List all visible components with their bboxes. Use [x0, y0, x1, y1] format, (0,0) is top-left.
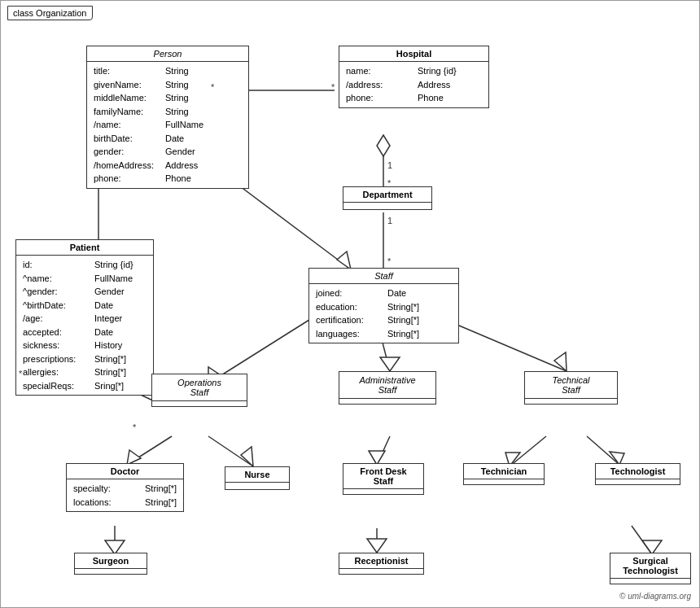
receptionist-class: Receptionist	[339, 553, 424, 575]
diagram-title: class Organization	[7, 6, 93, 20]
copyright: © uml-diagrams.org	[619, 592, 691, 601]
doctor-attrs: specialty:String[*] locations:String[*]	[67, 479, 183, 511]
technical-staff-attrs	[525, 399, 617, 404]
front-desk-staff-attrs	[343, 489, 423, 494]
svg-marker-11	[380, 357, 400, 371]
svg-line-14	[127, 436, 172, 465]
mult-hospital-dept-1: 1	[387, 160, 392, 170]
hospital-class: Hospital name:String {id} /address:Addre…	[339, 46, 489, 108]
mult-dept-staff-1: 1	[387, 216, 392, 225]
technologist-title: Technologist	[596, 464, 680, 479]
svg-marker-13	[554, 352, 567, 371]
mult-patient-star: *	[19, 369, 22, 378]
person-title: Person	[87, 46, 248, 62]
nurse-attrs	[225, 483, 289, 489]
svg-marker-7	[337, 252, 351, 269]
receptionist-attrs	[339, 569, 423, 574]
hospital-title: Hospital	[339, 46, 488, 62]
doctor-title: Doctor	[67, 464, 183, 479]
patient-class: Patient id:String {id} ^name:FullName ^g…	[15, 239, 154, 396]
surgeon-attrs	[75, 569, 147, 574]
nurse-title: Nurse	[225, 467, 289, 483]
diagram-container: class Organization	[0, 0, 700, 608]
staff-title: Staff	[309, 269, 458, 284]
technician-title: Technician	[464, 464, 544, 479]
technologist-class: Technologist	[595, 463, 680, 485]
technical-staff-title: TechnicalStaff	[525, 372, 617, 399]
operations-staff-class: OperationsStaff	[151, 374, 247, 407]
mult-person-hospital: *	[211, 82, 214, 92]
doctor-class: Doctor specialty:String[*] locations:Str…	[66, 463, 184, 512]
surgical-technologist-class: SurgicalTechnologist	[610, 553, 691, 584]
svg-line-16	[208, 436, 253, 466]
department-title: Department	[343, 187, 431, 203]
technical-staff-class: TechnicalStaff	[524, 371, 618, 405]
mult-hospital-dept-star: *	[387, 178, 391, 188]
technologist-attrs	[596, 479, 680, 484]
patient-attrs: id:String {id} ^name:FullName ^gender:Ge…	[16, 256, 153, 395]
svg-marker-17	[241, 447, 253, 466]
surgeon-class: Surgeon	[74, 553, 147, 575]
department-class: Department	[343, 186, 432, 210]
department-attrs	[343, 203, 431, 209]
nurse-class: Nurse	[225, 466, 290, 490]
svg-line-20	[510, 436, 546, 466]
front-desk-staff-class: Front DeskStaff	[343, 463, 424, 495]
front-desk-staff-title: Front DeskStaff	[343, 464, 423, 489]
hospital-attrs: name:String {id} /address:Address phone:…	[339, 62, 488, 107]
technician-class: Technician	[463, 463, 545, 485]
staff-attrs: joined:Date education:String[*] certific…	[309, 284, 458, 343]
operations-staff-attrs	[152, 401, 247, 406]
svg-line-28	[632, 526, 652, 554]
administrative-staff-attrs	[339, 399, 435, 404]
surgeon-title: Surgeon	[75, 553, 147, 569]
person-attrs: title:String givenName:String middleName…	[87, 62, 248, 188]
technician-attrs	[464, 479, 544, 484]
administrative-staff-class: AdministrativeStaff	[339, 371, 436, 405]
person-class: Person title:String givenName:String mid…	[86, 46, 249, 189]
mult-ops-staff-star: *	[133, 422, 136, 432]
staff-class: Staff joined:Date education:String[*] ce…	[308, 268, 459, 343]
administrative-staff-title: AdministrativeStaff	[339, 372, 435, 399]
surgical-technologist-attrs	[610, 579, 690, 584]
svg-line-22	[587, 436, 619, 465]
svg-marker-27	[367, 539, 387, 553]
svg-line-18	[377, 436, 390, 465]
mult-dept-staff-star: *	[387, 256, 391, 266]
mult-hospital-side: *	[331, 82, 335, 92]
receptionist-title: Receptionist	[339, 553, 423, 569]
patient-title: Patient	[16, 240, 153, 256]
surgical-technologist-title: SurgicalTechnologist	[610, 553, 690, 579]
operations-staff-title: OperationsStaff	[152, 374, 247, 401]
svg-marker-2	[377, 135, 390, 156]
